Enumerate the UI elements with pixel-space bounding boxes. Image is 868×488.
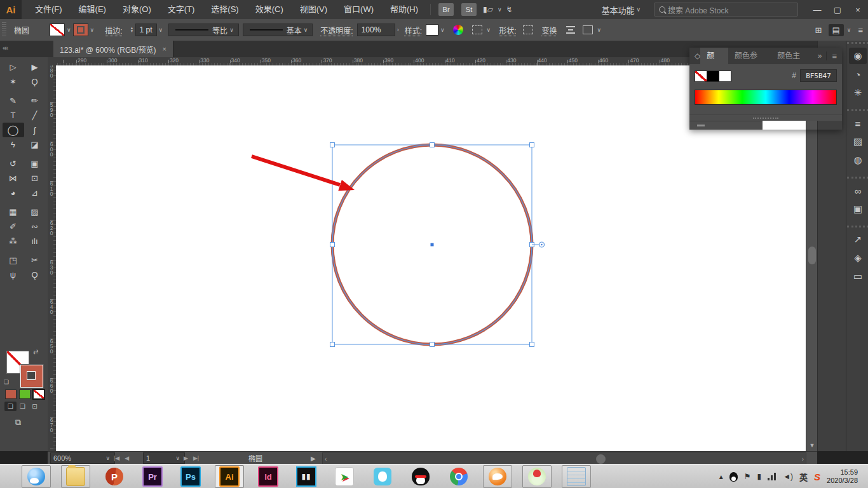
taskbar-qq-browser[interactable] [22,465,51,488]
panel-collapse-icon[interactable]: ◇ [689,51,700,60]
minimize-button[interactable]: — [807,0,827,19]
tab-color-guide[interactable]: 颜色参考 [728,48,771,64]
scroll-right-icon[interactable]: › [802,456,804,463]
taskbar-illustrator[interactable]: Ai [215,465,244,488]
stroke-indicator[interactable] [20,365,43,388]
taskbar-qq[interactable] [407,466,435,487]
panel-expand-icon[interactable]: » [814,51,827,60]
taskbar-orange-browser[interactable] [483,465,512,488]
tab-color[interactable]: 颜色 [700,48,728,64]
selection-handle[interactable] [530,143,534,147]
width-profile-select[interactable]: 等比 ∨ [168,24,239,36]
tray-qq-icon[interactable] [729,472,738,482]
opacity-label[interactable]: 不透明度: [320,25,353,36]
panel-grip[interactable] [2,22,6,37]
width-tool[interactable]: ⋈ [3,171,24,186]
default-fill-stroke-icon[interactable]: ❏ [4,379,9,385]
pen-tool[interactable]: ✎ [3,93,24,108]
workspace-switcher[interactable]: 基本功能 ∨ [601,4,642,16]
black-swatch[interactable] [707,71,719,82]
horizontal-scrollbar-thumb[interactable] [596,454,606,464]
taskbar-photoshop[interactable]: Ps [177,466,205,487]
shape-label[interactable]: 形状: [499,25,516,36]
column-graph-tool[interactable]: ılı [24,234,46,248]
status-expand-icon[interactable]: ▶ [311,452,316,464]
artboards-panel-icon[interactable]: ▭ [849,268,867,285]
opacity-field[interactable]: 100% [357,24,395,36]
center-anchor-point[interactable] [431,243,434,247]
document-tab[interactable]: 123.ai* @ 600% (RGB/预览) × [53,41,173,57]
scroll-left-icon[interactable]: ‹ [325,456,327,463]
taskbar-girl-app[interactable] [522,465,552,488]
gradient-swatch-button[interactable] [19,390,31,399]
isolate-icon[interactable] [583,25,593,34]
fill-color-swatch[interactable] [50,24,65,36]
eyedropper-tool[interactable]: ✐ [3,219,24,234]
selection-tool[interactable]: ▷ [3,60,24,74]
taskbar-powerpoint[interactable]: P [100,466,128,487]
cc-libraries-panel-icon[interactable]: ∞ [849,182,867,199]
chevron-down-icon[interactable]: ∨ [90,27,95,33]
slice-tool[interactable]: ✂ [24,253,46,268]
select-similar-icon[interactable] [472,25,482,34]
tray-ime-icon[interactable]: 英 [799,471,808,483]
menu-item[interactable]: 视图(V) [292,0,336,19]
tab-color-themes[interactable]: 颜色主题 [771,48,813,64]
eraser-tool[interactable]: ◪ [24,137,46,152]
zoom-level-select[interactable]: 600% ∨ [50,452,115,464]
transparency-panel-icon[interactable]: ◍ [849,152,867,168]
horizontal-scrollbar[interactable]: ‹ › [322,452,806,465]
artboard-number-select[interactable]: 1 ∨ [143,452,185,464]
brush-definition-select[interactable]: 基本 ∨ [243,24,313,36]
taskbar-file-explorer[interactable] [61,465,90,488]
last-artboard-button[interactable]: ▶| [193,455,199,461]
chevron-down-icon[interactable]: ∨ [597,27,602,33]
ellipse-tool[interactable]: ◯ [3,123,24,137]
stroke-weight-label[interactable]: 描边: [105,25,122,36]
hand-tool[interactable]: ψ [3,268,24,282]
chevron-down-icon[interactable]: ∨ [487,27,491,33]
color-panel-icon[interactable]: ◉ [849,48,867,64]
gradient-panel-icon[interactable]: ▨ [849,133,867,150]
hex-value-field[interactable]: BF5B47 [800,69,837,82]
curvature-tool[interactable]: ✏ [24,93,46,108]
prev-artboard-button[interactable]: ◀ [125,455,129,461]
style-label[interactable]: 样式: [405,25,422,36]
menu-item[interactable]: 文字(T) [159,0,203,19]
tab-close-icon[interactable]: × [163,45,166,53]
transform-label[interactable]: 变换 [542,25,557,36]
type-tool[interactable]: T [3,108,24,123]
arrange-documents-icon[interactable]: ⊞ [811,24,826,36]
tray-expand-icon[interactable]: ▴ [719,472,723,481]
taskbar-capture-app[interactable]: ➤ [330,466,358,487]
vertical-scrollbar-thumb[interactable] [808,247,816,264]
gpu-performance-icon[interactable]: ↯ [506,5,513,14]
recolor-artwork-icon[interactable] [453,25,463,35]
stroke-weight-stepper[interactable]: ▲▼ [130,27,134,33]
taskbar-notepad[interactable] [562,465,591,488]
panel-menu-icon[interactable]: ≡ [827,51,842,61]
vertical-ruler[interactable]: 580590600610620630640650660670 [48,65,57,451]
swap-fill-stroke-icon[interactable]: ⇄ [33,348,38,355]
shaper-tool[interactable]: ϟ [3,137,24,152]
close-button[interactable]: × [848,0,868,19]
lasso-tool[interactable]: Ϙ [24,74,46,89]
chevron-down-icon[interactable]: ∨ [847,27,851,33]
next-artboard-button[interactable]: ▶ [184,455,188,461]
export-panel-icon[interactable]: ↗ [849,231,867,248]
layers-panel-icon[interactable]: ◈ [849,250,867,266]
draw-behind-icon[interactable]: ❏ [17,402,29,411]
stroke-panel-icon[interactable]: ≡ [849,115,867,132]
zoom-tool[interactable]: Ǫ [24,268,46,282]
draw-inside-icon[interactable]: ⊡ [29,402,41,411]
shape-properties-icon[interactable] [523,25,533,34]
magic-wand-tool[interactable]: ✶ [3,74,24,89]
taskbar-indesign[interactable]: Id [254,466,282,487]
taskbar-clock[interactable]: 15:59 2020/3/28 [827,468,862,485]
align-icon[interactable] [566,26,575,34]
paintbrush-tool[interactable]: ʃ [24,123,46,137]
color-spectrum-bar[interactable] [695,90,837,105]
restore-button[interactable]: ▢ [827,0,848,19]
chevron-down-icon[interactable]: ∨ [440,27,445,33]
ruler-corner[interactable] [48,57,57,66]
